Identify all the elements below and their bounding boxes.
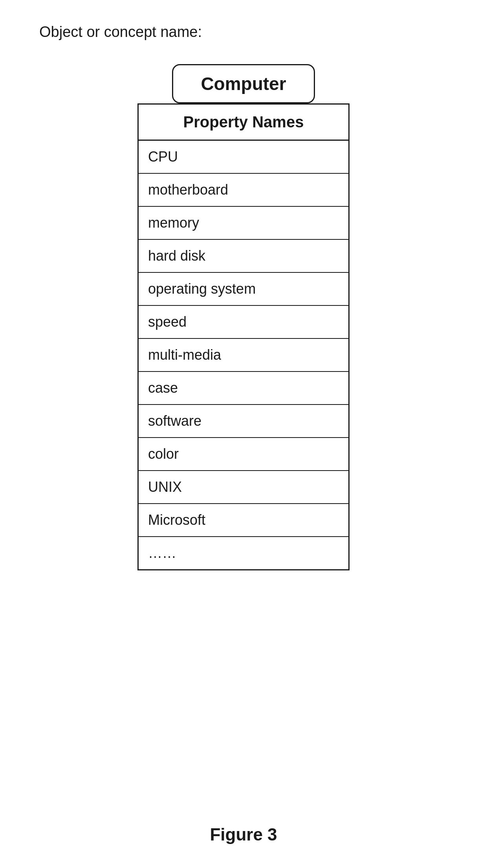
table-header: Property Names — [139, 105, 348, 141]
page: Object or concept name: Computer Propert… — [0, 0, 487, 868]
object-label: Object or concept name: — [39, 24, 202, 40]
table-row: CPU — [139, 141, 348, 174]
figure-caption: Figure 3 — [31, 793, 456, 844]
diagram-container: Computer Property Names CPUmotherboardme… — [31, 64, 456, 570]
table-row: color — [139, 438, 348, 471]
table-row: software — [139, 405, 348, 438]
table-row: operating system — [139, 273, 348, 306]
table-row: case — [139, 372, 348, 405]
table-row: UNIX — [139, 471, 348, 504]
property-table: Property Names CPUmotherboardmemoryhard … — [137, 103, 350, 570]
concept-box: Computer — [172, 64, 315, 103]
table-row: hard disk — [139, 240, 348, 273]
table-row: memory — [139, 207, 348, 240]
table-row: multi-media — [139, 339, 348, 372]
table-row: motherboard — [139, 174, 348, 207]
table-row: Microsoft — [139, 504, 348, 537]
table-row: speed — [139, 306, 348, 339]
table-row: …… — [139, 537, 348, 569]
